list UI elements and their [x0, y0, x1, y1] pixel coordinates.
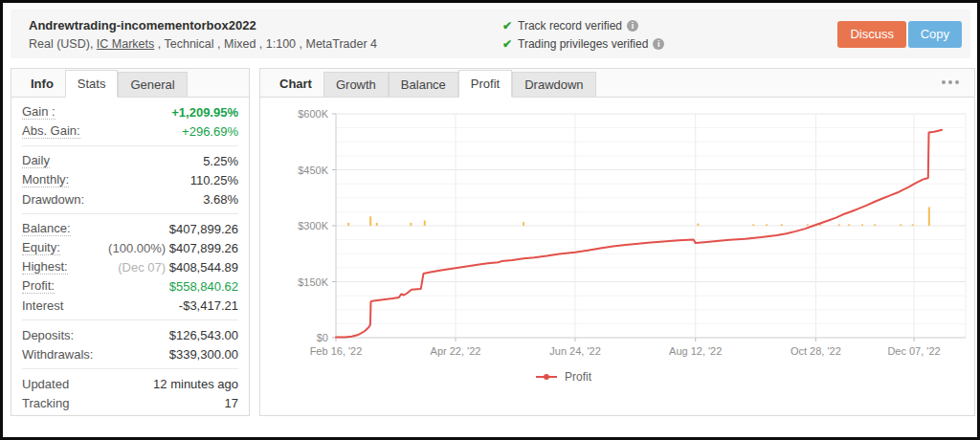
account-header: Andrewtrading-incomementorbox2022 Real (…	[11, 10, 970, 58]
verified-label: Trading privileges verified	[518, 37, 648, 51]
stat-row-daily: Daily5.25%	[22, 151, 238, 170]
stat-label-monthly[interactable]: Monthly:	[22, 172, 69, 187]
y-axis-label: $300K	[298, 220, 328, 231]
info-icon[interactable]: i	[653, 38, 664, 50]
stat-value-deposits: $126,543.00	[169, 328, 238, 342]
stat-value-prefix: (Dec 07)	[118, 260, 168, 275]
verified-row: ✔Trading privileges verifiedi	[502, 34, 664, 53]
chart-panel: ChartGrowthBalanceProfitDrawdown $600K$4…	[259, 68, 975, 416]
stat-value-highest: (Dec 07) $408,544.89	[118, 260, 238, 275]
account-meta-prefix: Real (USD),	[29, 37, 97, 51]
divider	[22, 213, 238, 214]
stat-row-abs-gain: Abs. Gain:+296.69%	[22, 121, 238, 141]
divider	[22, 319, 238, 320]
broker-link[interactable]: IC Markets	[97, 37, 154, 51]
discuss-button[interactable]: Discuss	[837, 21, 906, 48]
stat-row-withdrawals: Withdrawals:$339,300.00	[22, 344, 238, 363]
stats-tabbar: InfoStatsGeneral	[11, 69, 249, 98]
stat-value-daily: 5.25%	[203, 154, 238, 168]
profit-line	[336, 130, 942, 338]
stat-label-withdrawals: Withdrawals:	[22, 347, 93, 362]
stat-row-gain: Gain :+1,209.95%	[22, 102, 238, 121]
x-axis-label: Aug 12, '22	[669, 345, 722, 357]
stat-row-tracking: Tracking17	[22, 393, 238, 412]
check-icon: ✔	[502, 37, 512, 51]
stats-panel: InfoStatsGeneral Gain :+1,209.95%Abs. Ga…	[11, 68, 250, 416]
x-axis-label: Jun 24, '22	[549, 345, 600, 357]
tab-info: Info	[19, 71, 65, 97]
stat-label-interest: Interest	[22, 298, 63, 313]
divider	[22, 145, 238, 146]
stat-label-updated: Updated	[22, 377, 69, 391]
y-axis-label: $450K	[298, 165, 328, 176]
stat-row-balance: Balance:$407,899.26	[22, 219, 238, 238]
stat-label-equity[interactable]: Equity:	[22, 240, 60, 255]
y-axis-label: $150K	[298, 276, 328, 288]
stat-value-abs-gain: +296.69%	[182, 124, 238, 139]
account-meta: Real (USD), IC Markets , Technical , Mix…	[29, 37, 377, 51]
stat-value-tracking: 17	[225, 396, 238, 410]
chart-options-icon[interactable]	[942, 80, 959, 84]
y-axis-label: $600K	[298, 108, 328, 120]
verified-row: ✔Track record verifiedi	[502, 16, 664, 34]
stat-row-interest: Interest-$3,417.21	[22, 296, 238, 315]
chart-tabbar: ChartGrowthBalanceProfitDrawdown	[260, 69, 974, 98]
legend-label: Profit	[565, 370, 592, 384]
verified-badges: ✔Track record verifiedi✔Trading privileg…	[502, 16, 664, 53]
stat-row-profit: Profit:$558,840.62	[22, 276, 238, 296]
profit-chart[interactable]: $600K$450K$300K$150K$0Feb 16, '22Apr 22,…	[260, 97, 974, 414]
stat-label-tracking: Tracking	[22, 396, 69, 410]
stat-row-deposits: Deposits:$126,543.00	[22, 325, 238, 344]
divider	[22, 368, 238, 369]
chart-tab-drawdown[interactable]: Drawdown	[512, 72, 595, 97]
account-meta-suffix: , Technical , Mixed , 1:100 , MetaTrader…	[154, 37, 377, 51]
tab-stats[interactable]: Stats	[65, 70, 119, 98]
chart-tab-profit[interactable]: Profit	[458, 70, 512, 98]
stat-row-drawdown: Drawdown:3.68%	[22, 189, 238, 209]
verified-label: Track record verified	[518, 19, 622, 33]
stat-value-balance: $407,899.26	[169, 222, 238, 236]
chart-tab-chart: Chart	[268, 71, 323, 97]
stat-row-monthly: Monthly:110.25%	[22, 170, 238, 189]
stat-label-abs-gain[interactable]: Abs. Gain:	[22, 123, 80, 139]
chart-tab-balance[interactable]: Balance	[389, 72, 458, 97]
stat-value-updated: 12 minutes ago	[153, 377, 238, 391]
x-axis-label: Feb 16, '22	[310, 345, 363, 357]
sidebar-rows: Gain :+1,209.95%Abs. Gain:+296.69%Daily5…	[11, 98, 249, 412]
stat-value-monthly: 110.25%	[190, 173, 238, 187]
stat-value-equity: (100.00%) $407,899.26	[108, 241, 238, 255]
stat-value-gain: +1,209.95%	[171, 105, 238, 120]
stat-row-equity: Equity:(100.00%) $407,899.26	[22, 238, 238, 257]
stat-value-profit: $558,840.62	[169, 279, 238, 294]
stat-label-profit[interactable]: Profit:	[22, 278, 55, 294]
stat-row-updated: Updated12 minutes ago	[22, 374, 238, 393]
copy-button[interactable]: Copy	[908, 21, 962, 48]
stat-value-prefix: (100.00%)	[108, 241, 169, 255]
legend-marker-dot	[544, 374, 549, 380]
stat-label-drawdown: Drawdown:	[22, 192, 84, 207]
tab-general[interactable]: General	[118, 72, 187, 97]
stat-value-drawdown: 3.68%	[203, 192, 238, 207]
chart-tab-growth[interactable]: Growth	[323, 72, 389, 97]
stat-label-deposits: Deposits:	[22, 328, 74, 342]
stat-label-daily[interactable]: Daily	[22, 153, 50, 168]
x-axis-label: Dec 07, '22	[887, 345, 940, 357]
check-icon: ✔	[502, 19, 512, 33]
stat-value-withdrawals: $339,300.00	[169, 347, 238, 362]
x-axis-label: Apr 22, '22	[431, 345, 481, 357]
stat-label-balance[interactable]: Balance:	[22, 221, 71, 236]
stat-row-highest: Highest:(Dec 07) $408,544.89	[22, 257, 238, 276]
x-axis-label: Oct 28, '22	[791, 345, 841, 357]
stat-value-interest: -$3,417.21	[179, 298, 238, 313]
account-title: Andrewtrading-incomementorbox2022	[29, 18, 256, 33]
stat-label-gain[interactable]: Gain :	[22, 104, 56, 120]
page: Andrewtrading-incomementorbox2022 Real (…	[0, 0, 980, 440]
y-axis-label: $0	[317, 332, 328, 343]
stat-label-highest[interactable]: Highest:	[22, 259, 68, 275]
info-icon[interactable]: i	[627, 20, 638, 32]
